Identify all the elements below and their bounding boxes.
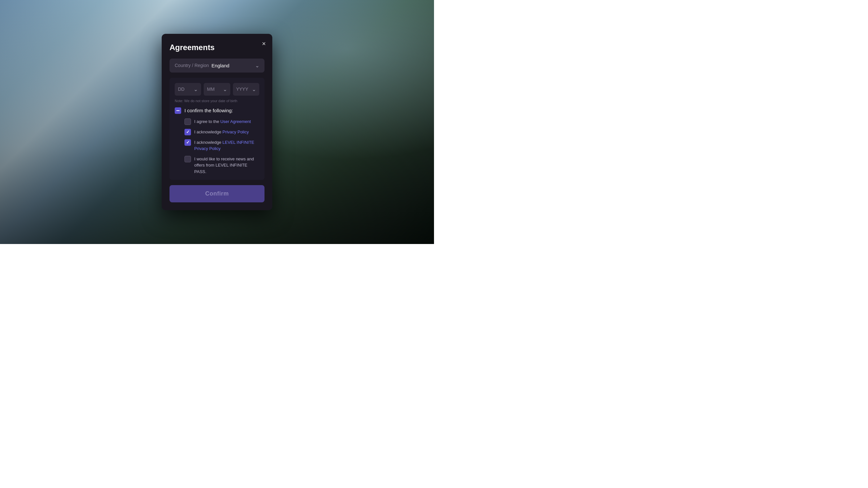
privacy-policy-link[interactable]: Privacy Policy — [222, 129, 249, 134]
privacy-policy-checkbox[interactable] — [184, 129, 191, 135]
confirm-button[interactable]: Confirm — [169, 185, 265, 202]
agreement-items: I agree to the User Agreement I acknowle… — [175, 118, 259, 175]
dob-row: DD ⌄ MM ⌄ YYYY ⌄ — [175, 83, 259, 96]
privacy-policy-text: I acknowledge Privacy Policy — [194, 129, 249, 135]
month-chevron-icon: ⌄ — [223, 86, 227, 92]
dob-note: Note: We do not store your date of birth — [175, 99, 259, 103]
confirm-all-label: I confirm the following: — [184, 108, 233, 113]
modal-overlay: × Agreements Country / Region England ⌄ … — [0, 0, 434, 244]
news-offers-text: I would like to receive news and offers … — [194, 156, 259, 175]
year-chevron-icon: ⌄ — [252, 86, 256, 92]
day-label: DD — [178, 87, 184, 92]
country-value: England — [212, 63, 255, 68]
agreement-item-level-infinite: I acknowledge LEVEL INFINITE Privacy Pol… — [184, 139, 259, 152]
agreements-modal: × Agreements Country / Region England ⌄ … — [162, 34, 272, 211]
level-infinite-privacy-checkbox[interactable] — [184, 139, 191, 146]
month-label: MM — [207, 87, 214, 92]
year-select[interactable]: YYYY ⌄ — [233, 83, 259, 96]
user-agreement-link[interactable]: User Agreement — [220, 119, 251, 124]
day-select[interactable]: DD ⌄ — [175, 83, 201, 96]
chevron-down-icon: ⌄ — [255, 62, 259, 69]
agreement-item-privacy: I acknowledge Privacy Policy — [184, 129, 259, 135]
user-agreement-text: I agree to the User Agreement — [194, 118, 251, 125]
news-offers-checkbox[interactable] — [184, 156, 191, 162]
day-chevron-icon: ⌄ — [193, 86, 198, 92]
country-region-select[interactable]: Country / Region England ⌄ — [169, 59, 265, 72]
user-agreement-checkbox[interactable] — [184, 118, 191, 125]
confirm-all-row: I confirm the following: — [175, 108, 259, 114]
dob-agreements-section: DD ⌄ MM ⌄ YYYY ⌄ Note: We do not store y… — [169, 78, 265, 180]
country-label: Country / Region — [175, 63, 209, 68]
agreement-item-news: I would like to receive news and offers … — [184, 156, 259, 175]
agreement-item-user: I agree to the User Agreement — [184, 118, 259, 125]
modal-title: Agreements — [169, 43, 265, 52]
year-label: YYYY — [236, 87, 248, 92]
month-select[interactable]: MM ⌄ — [204, 83, 230, 96]
level-infinite-privacy-text: I acknowledge LEVEL INFINITE Privacy Pol… — [194, 139, 259, 152]
confirm-all-checkbox[interactable] — [175, 108, 181, 114]
close-button[interactable]: × — [260, 39, 267, 48]
